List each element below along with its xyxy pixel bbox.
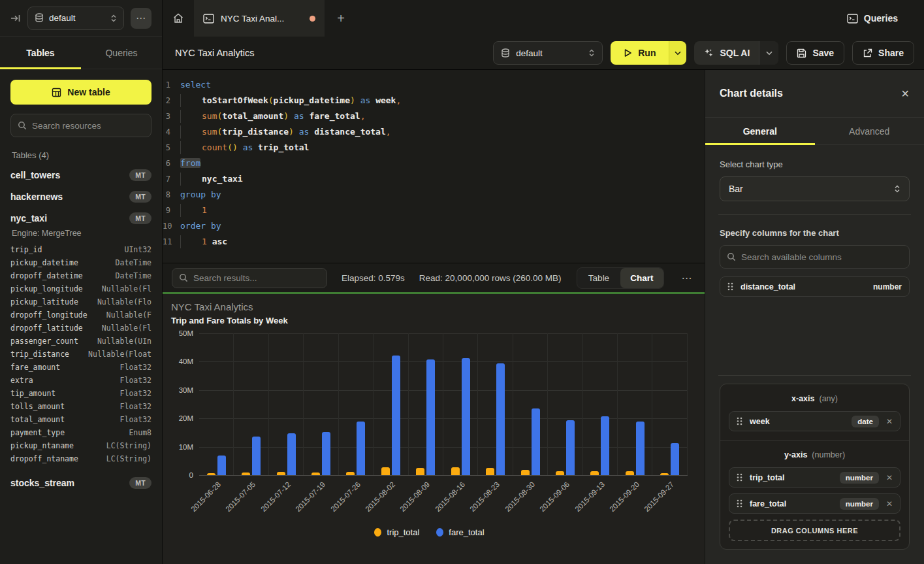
results-more-button[interactable]: ⋯ — [678, 272, 695, 284]
fare_total-bar[interactable] — [252, 437, 261, 475]
save-button[interactable]: Save — [786, 41, 844, 65]
code-line[interactable]: 8group by — [163, 187, 705, 203]
fare_total-bar[interactable] — [601, 416, 609, 475]
column-row[interactable]: pickup_ntanameLC(String) — [10, 439, 151, 452]
bar-chart-plot[interactable] — [199, 333, 688, 475]
close-panel-button[interactable]: ✕ — [901, 88, 910, 100]
column-row[interactable]: payment_typeEnum8 — [10, 426, 151, 439]
bar-group[interactable] — [513, 333, 548, 475]
fare_total-bar[interactable] — [322, 432, 330, 475]
search-columns-input[interactable] — [741, 252, 902, 262]
query-tab-active[interactable]: NYC Taxi Anal... — [194, 0, 325, 37]
tab-advanced[interactable]: Advanced — [815, 118, 924, 144]
table-row[interactable]: nyc_taxiMT — [10, 207, 151, 229]
fare_total-bar[interactable] — [532, 408, 540, 475]
sql-editor[interactable]: 1select2toStartOfWeek(pickup_datetime) a… — [163, 70, 705, 263]
new-tab-button[interactable]: + — [325, 0, 357, 37]
fare_total-bar[interactable] — [671, 443, 679, 475]
column-row[interactable]: fare_amountFloat32 — [10, 361, 151, 374]
view-toggle-table[interactable]: Table — [577, 268, 620, 288]
code-line[interactable]: 6from — [163, 156, 705, 171]
column-row[interactable]: dropoff_latitudeNullable(Fl — [10, 322, 151, 335]
table-row[interactable]: stocks_streamMT — [10, 472, 151, 493]
bar-group[interactable] — [478, 333, 513, 475]
table-row[interactable]: hackernewsMT — [10, 186, 151, 207]
column-row[interactable]: extraFloat32 — [10, 374, 151, 387]
bar-group[interactable] — [548, 333, 582, 475]
fare_total-bar[interactable] — [357, 422, 365, 475]
column-row[interactable]: trip_idUInt32 — [10, 243, 151, 256]
sql-ai-options-button[interactable] — [759, 41, 778, 65]
bar-group[interactable] — [234, 333, 268, 475]
code-line[interactable]: 7nyc_taxi — [163, 171, 705, 187]
table-row[interactable]: cell_towersMT — [10, 164, 151, 186]
column-row[interactable]: dropoff_longitudeNullable(F — [10, 308, 151, 322]
column-row[interactable]: pickup_longitudeNullable(Fl — [10, 282, 151, 295]
fare_total-bar[interactable] — [426, 359, 435, 475]
sidebar-more-button[interactable]: ⋯ — [131, 8, 151, 29]
home-button[interactable] — [163, 0, 194, 37]
run-options-button[interactable] — [669, 41, 686, 65]
column-row[interactable]: trip_distanceNullable(Float — [10, 348, 151, 361]
bar-group[interactable] — [618, 333, 652, 475]
code-line[interactable]: 4sum(trip_distance) as distance_total, — [163, 124, 705, 140]
trip_total-bar[interactable] — [451, 467, 460, 475]
chart-type-select[interactable]: Bar — [720, 176, 910, 201]
sidebar-tab-queries[interactable]: Queries — [81, 37, 162, 69]
column-chip-trip_total[interactable]: trip_totalnumber✕ — [729, 467, 900, 488]
bar-group[interactable] — [304, 333, 338, 475]
column-row[interactable]: tolls_amountFloat32 — [10, 400, 151, 413]
queries-button[interactable]: Queries — [847, 0, 924, 37]
code-line[interactable]: 111 asc — [163, 234, 705, 250]
drag-columns-dropzone[interactable]: DRAG COLUMNS HERE — [729, 520, 900, 541]
fare_total-bar[interactable] — [636, 422, 645, 475]
bar-group[interactable] — [443, 333, 478, 475]
trip_total-bar[interactable] — [486, 468, 494, 475]
code-line[interactable]: 91 — [163, 203, 705, 218]
fare_total-bar[interactable] — [496, 363, 505, 475]
bar-group[interactable] — [269, 333, 304, 475]
column-row[interactable]: pickup_datetimeDateTime — [10, 256, 151, 269]
code-line[interactable]: 1select — [163, 77, 705, 93]
column-chip-week[interactable]: weekdate✕ — [729, 411, 900, 431]
view-toggle-chart[interactable]: Chart — [620, 268, 663, 288]
new-table-button[interactable]: New table — [10, 80, 151, 105]
column-row[interactable]: total_amountFloat32 — [10, 413, 151, 426]
bar-group[interactable] — [583, 333, 618, 475]
bar-group[interactable] — [409, 333, 443, 475]
column-row[interactable]: passenger_countNullable(UIn — [10, 335, 151, 348]
trip_total-bar[interactable] — [416, 468, 424, 475]
fare_total-bar[interactable] — [217, 456, 226, 475]
legend-item-fare_total[interactable]: fare_total — [436, 527, 484, 537]
column-row[interactable]: pickup_latitudeNullable(Flo — [10, 295, 151, 308]
column-row[interactable]: dropoff_datetimeDateTime — [10, 269, 151, 282]
bar-group[interactable] — [374, 333, 408, 475]
fare_total-bar[interactable] — [566, 420, 575, 475]
column-chip-distance_total[interactable]: distance_totalnumber — [720, 276, 910, 297]
bar-group[interactable] — [652, 333, 687, 475]
sidebar-database-select[interactable]: default — [27, 7, 124, 30]
search-results-input[interactable] — [193, 273, 320, 283]
code-line[interactable]: 10order by — [163, 218, 705, 234]
column-row[interactable]: dropoff_ntanameLC(String) — [10, 452, 151, 465]
fare_total-bar[interactable] — [287, 433, 296, 475]
bar-group[interactable] — [199, 333, 234, 475]
code-line[interactable]: 3sum(total_amount) as fare_total, — [163, 108, 705, 124]
column-chip-fare_total[interactable]: fare_totalnumber✕ — [729, 493, 900, 514]
sidebar-tab-tables[interactable]: Tables — [0, 37, 81, 69]
sql-ai-button[interactable]: SQL AI — [694, 48, 759, 58]
fare_total-bar[interactable] — [392, 356, 400, 475]
tab-general[interactable]: General — [705, 118, 815, 144]
legend-item-trip_total[interactable]: trip_total — [374, 527, 419, 537]
column-row[interactable]: tip_amountFloat32 — [10, 387, 151, 400]
toolbar-database-select[interactable]: default — [493, 41, 603, 65]
bar-group[interactable] — [339, 333, 374, 475]
remove-column-button[interactable]: ✕ — [886, 499, 893, 508]
remove-column-button[interactable]: ✕ — [886, 417, 893, 426]
trip_total-bar[interactable] — [381, 467, 390, 475]
code-line[interactable]: 2toStartOfWeek(pickup_datetime) as week, — [163, 93, 705, 108]
trip_total-bar[interactable] — [521, 470, 530, 475]
code-line[interactable]: 5count() as trip_total — [163, 140, 705, 156]
collapse-sidebar-icon[interactable] — [10, 13, 21, 24]
search-resources-input[interactable] — [32, 121, 144, 131]
